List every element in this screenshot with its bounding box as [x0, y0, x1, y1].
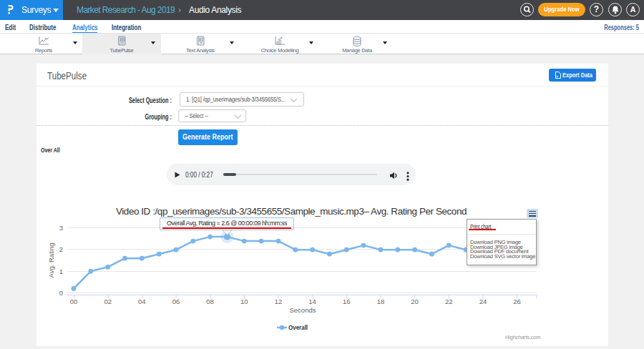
- svg-text:12: 12: [275, 298, 283, 305]
- svg-text:02: 02: [104, 298, 112, 305]
- svg-text:04: 04: [138, 298, 146, 305]
- svg-text:1: 1: [59, 267, 63, 275]
- svg-text:2: 2: [59, 245, 63, 253]
- svg-text:00: 00: [70, 298, 78, 305]
- svg-text:Seconds: Seconds: [290, 306, 316, 314]
- svg-text:06: 06: [172, 298, 180, 305]
- svg-text:26: 26: [513, 298, 521, 305]
- svg-text:08: 08: [206, 298, 214, 305]
- svg-text:18: 18: [377, 298, 385, 305]
- svg-text:0: 0: [59, 289, 63, 297]
- svg-text:Avg. Rating: Avg. Rating: [47, 243, 55, 278]
- svg-text:24: 24: [479, 298, 487, 305]
- svg-text:16: 16: [343, 298, 351, 305]
- svg-text:10: 10: [240, 298, 248, 305]
- svg-text:14: 14: [308, 298, 316, 305]
- svg-text:20: 20: [411, 298, 419, 305]
- svg-text:3: 3: [59, 224, 63, 232]
- svg-text:22: 22: [445, 298, 453, 305]
